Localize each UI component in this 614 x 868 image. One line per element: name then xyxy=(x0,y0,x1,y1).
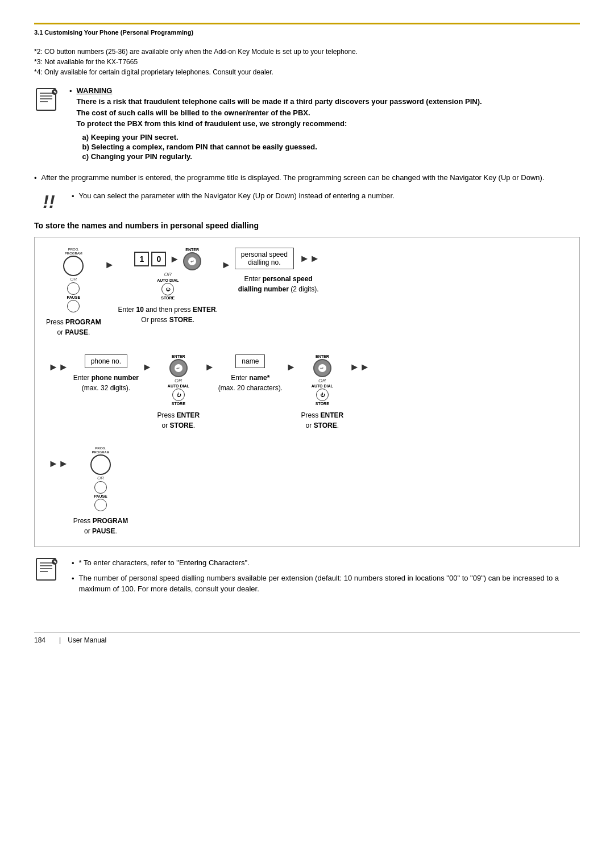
svg-text:✎: ✎ xyxy=(53,560,57,564)
warning-item-c: c) Changing your PIN regularly. xyxy=(82,152,482,161)
note-text: You can select the parameter with the Na… xyxy=(79,190,395,202)
note-block: !! • You can select the parameter with t… xyxy=(34,190,580,211)
diag-row3: ►► PROG.PROGRAM OR PAUSE Press PROGRAMor… xyxy=(46,446,568,536)
section-title: To store the names and numbers in person… xyxy=(34,221,580,230)
header-bar: 3.1 Customising Your Phone (Personal Pro… xyxy=(34,23,580,36)
footer-separator: | xyxy=(59,636,61,644)
diag-phone: phone no. Enter phone number(max. 32 dig… xyxy=(73,354,139,393)
diag-enter-3: ENTER ↵ OR AUTO DIAL ⏻ STORE xyxy=(300,354,345,431)
arrow-2: ► xyxy=(218,248,235,271)
dbl-arrow-end: ►► xyxy=(347,354,372,373)
diag-name: name Enter name*(max. 20 characters). xyxy=(218,354,283,393)
footnote-3: *4: Only available for certain digital p… xyxy=(34,68,580,76)
warning-block: ✎ • WARNING There is a risk that fraudul… xyxy=(34,86,580,162)
footnote-2: *3: Not available for the KX-T7665 xyxy=(34,58,580,66)
auto-dial-store-group: AUTO DIAL ⏻ STORE xyxy=(157,278,179,300)
dbl-arrow-row2: ►► xyxy=(46,354,71,373)
warning-text: There is a risk that fraudulent telephon… xyxy=(77,96,482,130)
diag-step3: personal speeddialling no. ►► Enter pers… xyxy=(235,248,322,294)
warning-icon: ✎ xyxy=(34,87,61,113)
note-content: • You can select the parameter with the … xyxy=(72,190,580,206)
bullet-item-1: • After the programme number is entered,… xyxy=(34,172,580,184)
bullet-text-1: After the programme number is entered, t… xyxy=(42,172,545,183)
footnote2-text-1: * To enter characters, refer to "Enterin… xyxy=(79,557,250,569)
page-number: 184 xyxy=(34,636,45,644)
warning-label: WARNING xyxy=(77,86,113,95)
bottom-note-icon: ✎ xyxy=(34,557,64,583)
warning-bullet: • xyxy=(69,87,72,95)
header-title: 3.1 Customising Your Phone (Personal Pro… xyxy=(34,29,193,36)
arrow-4: ► xyxy=(201,354,218,373)
footnote2-text-2: The number of personal speed dialling nu… xyxy=(79,573,580,595)
diagram-box: PROG.PROGRAM OR PAUSE Press PROGRAMor PA… xyxy=(34,237,580,547)
bottom-note-block: ✎ • * To enter characters, refer to "Ent… xyxy=(34,557,580,598)
warning-item-a: a) Keeping your PIN secret. xyxy=(82,133,482,141)
warning-item-b: b) Selecting a complex, random PIN that … xyxy=(82,143,482,151)
page-footer: 184 | User Manual xyxy=(34,632,580,644)
warning-line1: There is a risk that fraudulent telephon… xyxy=(77,97,482,106)
warning-line2: The cost of such calls will be billed to… xyxy=(77,108,310,117)
arrow-5: ► xyxy=(283,354,300,373)
warning-content: • WARNING There is a risk that fraudulen… xyxy=(69,86,580,162)
arrow-3: ► xyxy=(139,354,156,373)
footnote-1: *2: CO button numbers (25-36) are availa… xyxy=(34,48,580,56)
diag-step1: PROG.PROGRAM OR PAUSE Press PROGRAMor PA… xyxy=(46,248,101,337)
diag-step2: 1 0 ► ENTER ↵ OR xyxy=(118,248,218,325)
warning-line3: To protect the PBX from this kind of fra… xyxy=(77,119,347,128)
note-icon: !! xyxy=(34,190,64,211)
footer-label: User Manual xyxy=(68,636,106,644)
bottom-note-content: • * To enter characters, refer to "Enter… xyxy=(72,557,580,598)
warning-list: a) Keeping your PIN secret. b) Selecting… xyxy=(82,133,482,161)
bullet-dot-1: • xyxy=(34,173,37,184)
svg-text:✎: ✎ xyxy=(53,90,57,94)
diag-final-prog: PROG.PROGRAM OR PAUSE Press PROGRAMor PA… xyxy=(73,446,128,536)
diag-enter-2: ENTER ↵ OR AUTO DIAL ⏻ STORE xyxy=(156,354,201,431)
footnotes: *2: CO button numbers (25-36) are availa… xyxy=(34,48,580,76)
arrow-1: ► xyxy=(101,248,118,271)
